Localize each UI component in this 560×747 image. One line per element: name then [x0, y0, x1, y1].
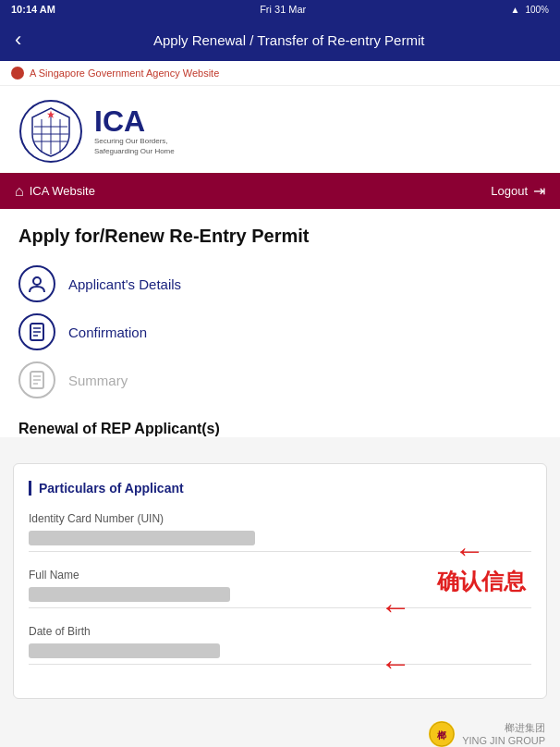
card-heading: Particulars of Applicant: [29, 481, 531, 496]
main-content: Apply for/Renew Re-Entry Permit Applican…: [0, 209, 560, 437]
step-label-applicant: Applicant's Details: [68, 276, 181, 292]
ica-tagline: Securing Our Borders,Safeguarding Our Ho…: [94, 136, 175, 156]
field-group-fullname: Full Name ← 确认信息: [29, 569, 531, 608]
arrow-indicator-dob: ←: [380, 645, 411, 681]
nav-bar: ⌂ ICA Website Logout ⇥: [0, 173, 560, 209]
form-section: Identity Card Number (UIN) ← Full Name ←…: [29, 512, 531, 665]
status-indicators: ▲ 100%: [511, 5, 549, 15]
step-icon-applicant: [18, 265, 55, 302]
field-value-dob: [29, 643, 220, 658]
logout-label: Logout: [491, 184, 528, 198]
back-button[interactable]: ‹: [15, 28, 21, 52]
field-divider-dob: [29, 664, 531, 665]
footer-watermark: 榔 榔进集团 YING JIN GROUP: [0, 714, 560, 747]
svg-point-8: [33, 277, 41, 285]
ica-logo: [18, 99, 83, 164]
field-group-dob: Date of Birth ←: [29, 625, 531, 665]
gov-banner-text: A Singapore Government Agency Website: [30, 67, 219, 79]
step-item-applicant: Applicant's Details: [18, 265, 542, 302]
watermark-logo: 榔: [429, 721, 455, 747]
field-label-dob: Date of Birth: [29, 625, 531, 638]
header-title: Apply Renewal / Transfer of Re-entry Per…: [32, 32, 545, 48]
ica-text-block: ICA Securing Our Borders,Safeguarding Ou…: [94, 106, 175, 156]
particulars-card: Particulars of Applicant Identity Card N…: [13, 463, 547, 699]
ica-brand-text: ICA: [94, 106, 175, 136]
nav-home-label: ICA Website: [30, 184, 95, 198]
wifi-icon: ▲: [511, 5, 520, 15]
status-bar: 10:14 AM Fri 31 Mar ▲ 100%: [0, 0, 560, 18]
field-value-uin: [29, 531, 255, 545]
section-title: Renewal of REP Applicant(s): [18, 421, 542, 437]
home-icon: ⌂: [15, 183, 24, 200]
arrow-indicator-fullname: ←: [380, 589, 411, 625]
svg-text:榔: 榔: [436, 730, 446, 741]
battery-indicator: 100%: [525, 5, 549, 15]
status-time: 10:14 AM: [11, 4, 55, 15]
chinese-annotation: 确认信息: [437, 567, 526, 596]
nav-home-link[interactable]: ⌂ ICA Website: [15, 183, 95, 200]
step-label-summary: Summary: [68, 373, 128, 388]
watermark-text-block: 榔进集团 YING JIN GROUP: [462, 721, 545, 747]
field-divider-fullname: [29, 607, 531, 608]
watermark-line1: 榔进集团: [462, 721, 545, 734]
field-value-fullname: [29, 587, 230, 602]
logout-icon: ⇥: [533, 182, 545, 200]
nav-logout-button[interactable]: Logout ⇥: [491, 182, 545, 200]
app-header: ‹ Apply Renewal / Transfer of Re-entry P…: [0, 18, 560, 61]
step-icon-summary: [18, 361, 55, 398]
page-title: Apply for/Renew Re-Entry Permit: [18, 226, 542, 247]
arrow-indicator-uin: ←: [454, 533, 485, 569]
gov-banner: A Singapore Government Agency Website: [0, 61, 560, 86]
status-date: Fri 31 Mar: [260, 4, 306, 15]
watermark-line2: YING JIN GROUP: [462, 734, 545, 747]
steps-list: Applicant's Details Confirmation: [18, 265, 542, 398]
step-item-confirmation: Confirmation: [18, 313, 542, 350]
field-group-uin: Identity Card Number (UIN) ←: [29, 512, 531, 552]
step-label-confirmation: Confirmation: [68, 325, 147, 340]
step-icon-confirmation: [18, 313, 55, 350]
step-item-summary: Summary: [18, 361, 542, 398]
logo-section: ICA Securing Our Borders,Safeguarding Ou…: [0, 86, 560, 173]
field-label-uin: Identity Card Number (UIN): [29, 512, 531, 525]
gov-logo-icon: [11, 67, 24, 80]
